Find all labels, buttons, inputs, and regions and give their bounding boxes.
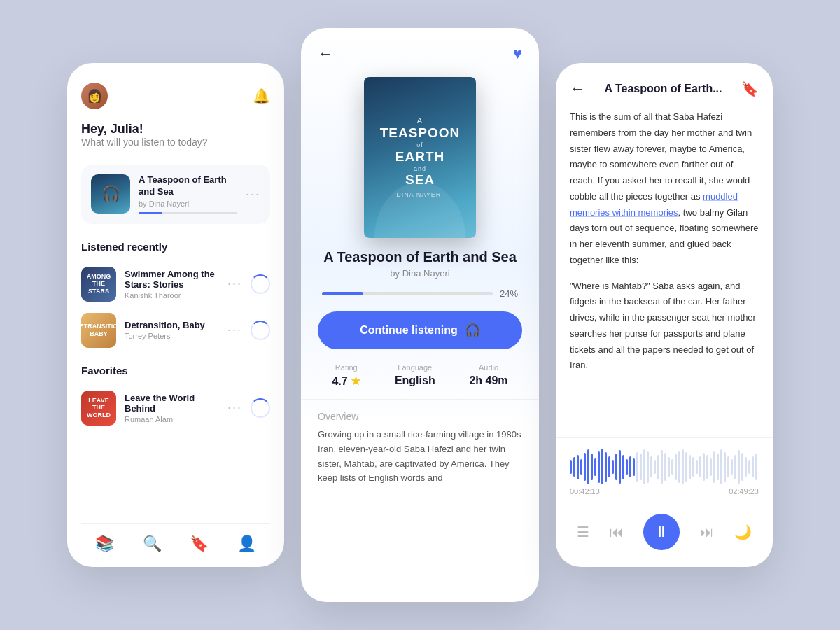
list-item[interactable]: AMONG THE STARS Swimmer Among the Stars:… [81, 261, 270, 307]
reader-text: This is the sum of all that Saba Hafezi … [556, 109, 773, 438]
nav-search-icon[interactable]: 🔍 [143, 535, 162, 553]
book-thumb-stars: AMONG THE STARS [81, 267, 116, 302]
reader-paragraph-2: "Where is Mahtab?" Saba asks again, and … [570, 279, 759, 374]
back-button[interactable]: ← [318, 45, 333, 63]
back-button[interactable]: ← [570, 80, 585, 98]
reader-title: A Teaspoon of Earth... [585, 83, 741, 95]
list-item[interactable]: DETRANSITION BABY Detransition, Baby Tor… [81, 307, 270, 354]
continue-listening-button[interactable]: Continue listening 🎧 [318, 312, 522, 349]
book-thumb-leave: LEAVE THE WORLD [81, 391, 116, 426]
book-meta: Detransition, Baby Torrey Peters [125, 320, 219, 340]
language-label: Language [395, 363, 435, 372]
reader-player-screen: ← A Teaspoon of Earth... 🔖 This is the s… [556, 63, 773, 567]
rating-value: 4.7 ★ [332, 374, 360, 388]
audio-waveform[interactable] [570, 449, 759, 484]
bottom-navigation: 📚 🔍 🔖 👤 [81, 523, 270, 567]
detail-header: ← ♥ [301, 28, 539, 63]
book-author: Rumaan Alam [125, 415, 219, 424]
overview-label: Overview [318, 411, 522, 422]
more-options-button[interactable]: ··· [227, 400, 242, 415]
nav-library-icon[interactable]: 📚 [95, 535, 114, 553]
star-icon: ★ [351, 375, 360, 387]
cover-text: A TEASPOON of EARTH and SEA DINA NAYERI [380, 116, 461, 199]
notification-icon[interactable]: 🔔 [253, 88, 270, 104]
more-options-button[interactable]: ··· [246, 187, 260, 202]
book-cover-image: A TEASPOON of EARTH and SEA DINA NAYERI [364, 77, 476, 238]
headphones-icon: 🎧 [465, 323, 480, 338]
reader-header: ← A Teaspoon of Earth... 🔖 [556, 63, 773, 109]
time-current: 00:42:13 [570, 487, 600, 496]
progress-fill [322, 292, 363, 295]
audio-col: Audio 2h 49m [469, 363, 507, 388]
book-title: Swimmer Among the Stars: Stories [125, 269, 219, 290]
progress-section: 24% [301, 288, 539, 299]
book-title: Detransition, Baby [125, 320, 219, 330]
book-author-main: by Dina Nayeri [301, 268, 539, 279]
continue-btn-label: Continue listening [360, 324, 458, 337]
book-title-main: A Teaspoon of Earth and Sea [301, 249, 539, 265]
home-screen: 👩 🔔 Hey, Julia! What will you listen to … [67, 63, 284, 567]
highlighted-text: muddled memories within memories [570, 191, 738, 218]
greeting-sub: What will you listen to today? [81, 136, 270, 148]
nav-profile-icon[interactable]: 👤 [237, 535, 256, 553]
loading-spinner [251, 321, 270, 340]
loading-spinner [251, 274, 270, 294]
progress-pct: 24% [500, 288, 518, 299]
waveform-section: 00:42:13 02:49:23 [556, 438, 773, 508]
rewind-button[interactable]: ⏮ [610, 524, 624, 540]
current-book-progress-fill [139, 212, 162, 214]
rating-label: Rating [332, 363, 360, 372]
meta-row: Rating 4.7 ★ Language English Audio 2h 4… [301, 363, 539, 400]
favorite-button[interactable]: ♥ [513, 45, 522, 63]
queue-button[interactable]: ☰ [577, 524, 589, 540]
overview-section: Overview Growing up in a small rice-farm… [301, 400, 539, 497]
book-title: Leave the World Behind [125, 393, 219, 414]
book-author: Kanishk Tharoor [125, 291, 219, 300]
home-header: 👩 🔔 [81, 83, 270, 109]
current-book-item[interactable]: A Teaspoon of Earth and Sea by Dina Naye… [81, 164, 270, 224]
loading-spinner [251, 398, 270, 418]
more-options-button[interactable]: ··· [227, 276, 242, 291]
greeting-hey: Hey, Julia! [81, 122, 270, 136]
play-pause-button[interactable]: ⏸ [643, 514, 680, 550]
current-book-title: A Teaspoon of Earth and Sea [139, 174, 237, 198]
nav-bookmarks-icon[interactable]: 🔖 [190, 535, 209, 553]
audio-label: Audio [469, 363, 507, 372]
book-author: Torrey Peters [125, 332, 219, 340]
progress-track [322, 292, 493, 295]
book-cover-wrap: A TEASPOON of EARTH and SEA DINA NAYERI [301, 63, 539, 249]
book-thumb-detrans: DETRANSITION BABY [81, 313, 116, 348]
current-book-author: by Dina Nayeri [139, 200, 237, 208]
language-value: English [395, 374, 435, 387]
current-book-thumb [91, 174, 130, 214]
player-controls: ☰ ⏮ ⏸ ⏭ 🌙 [556, 508, 773, 567]
avatar[interactable]: 👩 [81, 83, 108, 109]
rating-col: Rating 4.7 ★ [332, 363, 360, 388]
current-book-info: A Teaspoon of Earth and Sea by Dina Naye… [139, 174, 237, 214]
list-item[interactable]: LEAVE THE WORLD Leave the World Behind R… [81, 385, 270, 431]
more-options-button[interactable]: ··· [227, 323, 242, 337]
fast-forward-button[interactable]: ⏭ [700, 524, 714, 540]
audio-value: 2h 49m [469, 374, 507, 387]
current-book-progress-track [139, 212, 237, 214]
favorites-label: Favorites [81, 365, 270, 377]
reader-paragraph-1: This is the sum of all that Saba Hafezi … [570, 109, 759, 269]
greeting: Hey, Julia! What will you listen to toda… [81, 122, 270, 148]
sleep-timer-button[interactable]: 🌙 [734, 524, 752, 540]
book-meta: Swimmer Among the Stars: Stories Kanishk… [125, 269, 219, 300]
recently-label: Listened recently [81, 241, 270, 253]
book-meta: Leave the World Behind Rumaan Alam [125, 393, 219, 424]
book-detail-screen: ← ♥ A TEASPOON of EARTH and SEA DINA NAY… [301, 28, 539, 602]
language-col: Language English [395, 363, 435, 388]
time-total: 02:49:23 [729, 487, 759, 496]
overview-text: Growing up in a small rice-farming villa… [318, 428, 522, 486]
time-row: 00:42:13 02:49:23 [570, 484, 759, 503]
bookmark-icon[interactable]: 🔖 [741, 80, 759, 97]
